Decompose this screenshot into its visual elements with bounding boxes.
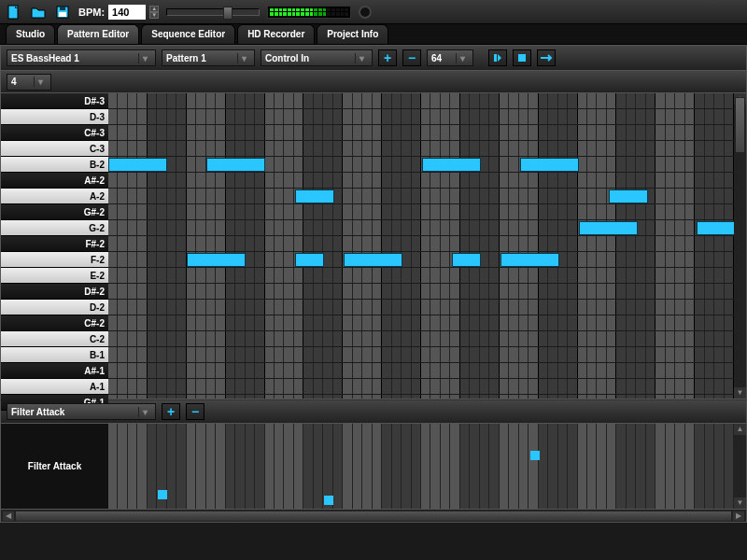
midi-note[interactable] (187, 253, 246, 267)
horizontal-scrollbar[interactable]: ◀ ▶ (0, 510, 747, 523)
note-grid[interactable] (108, 93, 734, 399)
zoom-dropdown[interactable]: 4▾ (7, 74, 51, 91)
automation-point[interactable] (530, 451, 540, 460)
automation-param-value: Filter Attack (11, 407, 64, 417)
midi-dropdown[interactable]: Control In▾ (261, 49, 373, 66)
piano-key[interactable]: D#-3 (1, 93, 108, 109)
midi-note[interactable] (108, 158, 167, 172)
vertical-scrollbar[interactable]: ▲ ▼ (734, 93, 746, 399)
tab-hd-recorder[interactable]: HD Recorder (237, 24, 315, 44)
piano-key[interactable]: B-1 (1, 347, 108, 363)
automation-vscroll[interactable]: ▲ ▼ (734, 424, 746, 509)
volume-slider[interactable] (166, 8, 260, 16)
tab-sequence-editor[interactable]: Sequence Editor (141, 24, 235, 44)
midi-note[interactable] (500, 253, 559, 267)
pattern-dropdown[interactable]: Pattern 1▾ (162, 49, 255, 66)
midi-note[interactable] (422, 158, 481, 172)
automation-add-button[interactable]: + (162, 403, 180, 420)
tab-bar: StudioPattern EditorSequence EditorHD Re… (0, 24, 747, 45)
midi-note[interactable] (344, 253, 402, 267)
tab-project-info[interactable]: Project Info (317, 24, 388, 44)
midi-value: Control In (265, 53, 309, 63)
tab-pattern-editor[interactable]: Pattern Editor (57, 24, 139, 44)
midi-note[interactable] (452, 253, 482, 267)
bpm-input[interactable]: 140 (108, 5, 146, 20)
instrument-dropdown[interactable]: ES BassHead 1▾ (7, 49, 156, 66)
piano-key[interactable]: D#-2 (1, 284, 108, 300)
midi-note[interactable] (206, 158, 265, 172)
piano-keys[interactable]: D#-3D-3C#-3C-3B-2A#-2A-2G#-2G-2F#-2F-2E-… (1, 93, 108, 399)
automation-lane: Filter Attack ▲ ▼ (0, 424, 747, 510)
piano-key[interactable]: D-2 (1, 300, 108, 315)
piano-key[interactable]: C-3 (1, 141, 108, 157)
piano-key[interactable]: A-2 (1, 189, 108, 204)
midi-note[interactable] (295, 189, 334, 203)
bpm-group: BPM: 140 ▲▼ (78, 5, 159, 20)
svg-rect-3 (60, 7, 65, 10)
midi-note[interactable] (295, 253, 325, 267)
piano-key[interactable]: C#-3 (1, 125, 108, 141)
piano-roll: D#-3D-3C#-3C-3B-2A#-2A-2G#-2G-2F#-2F-2E-… (0, 93, 747, 399)
pattern-value: Pattern 1 (166, 53, 206, 63)
midi-note[interactable] (579, 221, 638, 235)
save-file-icon[interactable] (54, 4, 71, 21)
piano-key[interactable]: G#-2 (1, 204, 108, 220)
piano-key[interactable]: B-2 (1, 157, 108, 173)
automation-label: Filter Attack (1, 424, 108, 509)
bpm-spinner[interactable]: ▲▼ (149, 6, 159, 19)
instrument-value: ES BassHead 1 (11, 53, 79, 63)
automation-grid[interactable] (108, 424, 734, 509)
piano-key[interactable]: C#-2 (1, 315, 108, 331)
tab-studio[interactable]: Studio (6, 24, 55, 44)
steps-dropdown[interactable]: 64▾ (427, 49, 473, 66)
automation-bar: Filter Attack▾ + − (0, 399, 747, 424)
piano-key[interactable]: E-2 (1, 268, 108, 284)
piano-key[interactable]: G-2 (1, 220, 108, 236)
svg-rect-4 (59, 12, 66, 17)
zoom-value: 4 (11, 77, 17, 87)
piano-key[interactable]: A#-2 (1, 173, 108, 189)
piano-key[interactable]: C-2 (1, 331, 108, 347)
play-button[interactable] (488, 49, 507, 66)
piano-key[interactable]: F-2 (1, 252, 108, 268)
open-file-icon[interactable] (30, 4, 47, 21)
svg-rect-7 (518, 54, 526, 62)
stop-button[interactable] (513, 49, 531, 66)
control-strip: ES BassHead 1▾ Pattern 1▾ Control In▾ + … (0, 45, 747, 71)
remove-button[interactable]: − (402, 49, 421, 66)
svg-marker-6 (498, 54, 501, 62)
vu-meter: document.write(Array.from({length:18},(_… (267, 6, 351, 19)
top-toolbar: BPM: 140 ▲▼ document.write(Array.from({l… (0, 0, 747, 24)
automation-point[interactable] (158, 490, 167, 499)
zoom-bar: 4▾ (0, 71, 747, 93)
automation-point[interactable] (324, 496, 333, 505)
midi-note[interactable] (697, 221, 734, 235)
svg-marker-5 (494, 54, 497, 62)
piano-key[interactable]: D-3 (1, 109, 108, 125)
record-indicator[interactable] (359, 6, 372, 19)
midi-note[interactable] (609, 189, 648, 203)
automation-param-dropdown[interactable]: Filter Attack▾ (7, 403, 156, 420)
piano-key[interactable]: A-1 (1, 379, 108, 395)
automation-remove-button[interactable]: − (186, 403, 204, 420)
piano-key[interactable]: A#-1 (1, 363, 108, 379)
midi-note[interactable] (520, 158, 579, 172)
loop-button[interactable] (537, 49, 556, 66)
steps-value: 64 (431, 53, 442, 63)
add-button[interactable]: + (378, 49, 397, 66)
bpm-label: BPM: (78, 7, 105, 18)
new-file-icon[interactable] (6, 4, 22, 21)
piano-key[interactable]: F#-2 (1, 236, 108, 252)
